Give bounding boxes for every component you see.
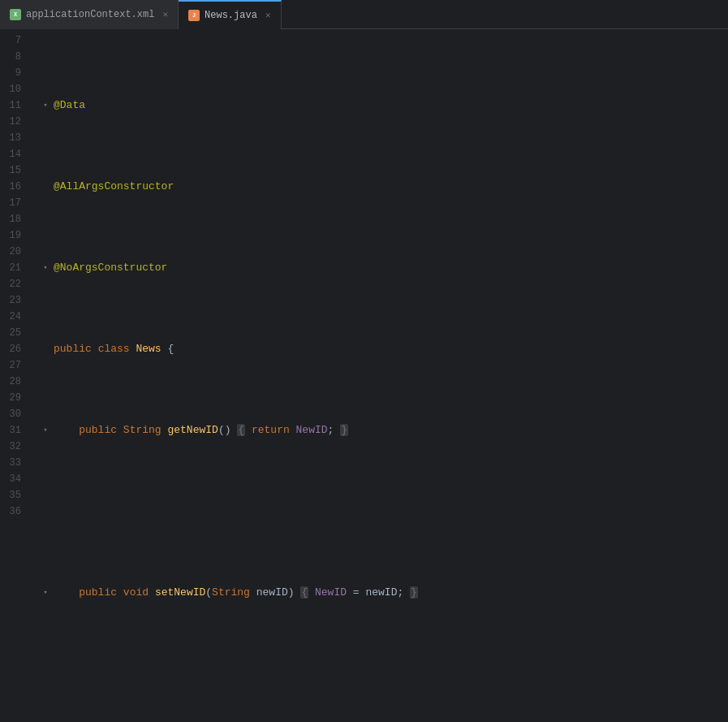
tab-java-close[interactable]: ✕ bbox=[265, 10, 271, 20]
code-line-7: ▾ @Data bbox=[41, 97, 728, 114]
code-line-12 bbox=[41, 504, 728, 520]
fold-icon-11[interactable]: ▾ bbox=[41, 426, 50, 435]
tab-xml-close[interactable]: ✕ bbox=[162, 9, 168, 19]
code-line-10: public class News { bbox=[41, 341, 728, 357]
tab-java[interactable]: J News.java ✕ bbox=[179, 0, 281, 29]
code-line-8: @AllArgsConstructor bbox=[41, 179, 728, 195]
code-line-14 bbox=[41, 666, 728, 682]
tab-xml[interactable]: X applicationContext.xml ✕ bbox=[0, 0, 179, 29]
java-file-icon: J bbox=[188, 10, 200, 21]
fold-icon-9[interactable]: ▾ bbox=[41, 263, 50, 273]
fold-icon-13[interactable]: ▾ bbox=[41, 588, 50, 598]
tab-bar: X applicationContext.xml ✕ J News.java ✕ bbox=[0, 0, 728, 29]
code-content[interactable]: ▾ @Data @AllArgsConstructor ▾ @NoArgsCon… bbox=[34, 29, 728, 722]
editor-area: 7 8 9 10 11 12 13 14 15 16 17 18 19 20 2… bbox=[0, 29, 728, 722]
code-line-11: ▾ public String getNewID() { return NewI… bbox=[41, 422, 728, 439]
code-line-13: ▾ public void setNewID(String newID) { N… bbox=[41, 585, 728, 601]
tab-xml-label: applicationContext.xml bbox=[26, 9, 154, 20]
xml-file-icon: X bbox=[10, 9, 21, 20]
code-line-9: ▾ @NoArgsConstructor bbox=[41, 260, 728, 276]
tab-java-label: News.java bbox=[205, 10, 257, 21]
line-numbers: 7 8 9 10 11 12 13 14 15 16 17 18 19 20 2… bbox=[0, 29, 34, 722]
fold-icon-7[interactable]: ▾ bbox=[41, 101, 50, 110]
